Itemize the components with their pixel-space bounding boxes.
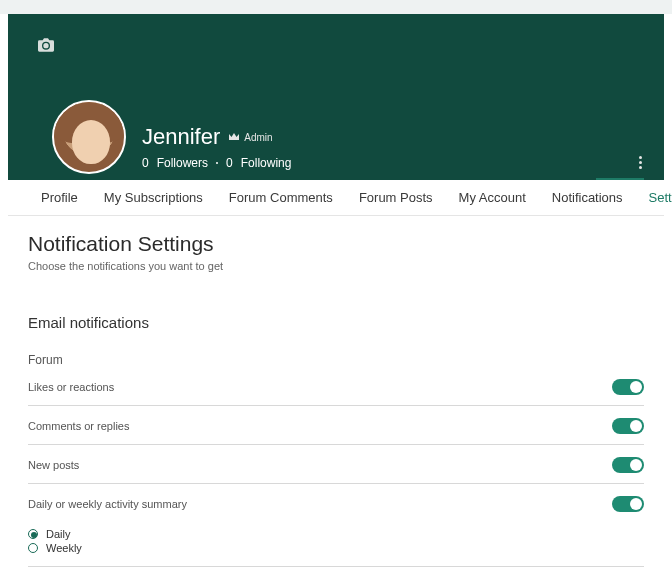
admin-badge: Admin	[228, 132, 272, 143]
following-label[interactable]: Following	[241, 156, 292, 170]
setting-row-summary: Daily or weekly activity summary	[28, 484, 644, 522]
tab-settings[interactable]: Settings	[636, 180, 672, 216]
page-title: Notification Settings	[28, 232, 644, 256]
tab-forum-comments[interactable]: Forum Comments	[216, 180, 346, 216]
subgroup-forum: Forum	[28, 353, 644, 367]
profile-header: Jennifer Admin 0 Followers 0 Following	[8, 14, 664, 180]
tab-my-account[interactable]: My Account	[446, 180, 539, 216]
setting-label-likes: Likes or reactions	[28, 381, 114, 393]
radio-weekly[interactable]	[28, 543, 38, 553]
following-count[interactable]: 0	[226, 156, 233, 170]
crown-icon	[228, 132, 240, 142]
setting-row-likes: Likes or reactions	[28, 367, 644, 406]
tab-bar: Profile My Subscriptions Forum Comments …	[8, 180, 664, 216]
profile-info: Jennifer Admin 0 Followers 0 Following	[142, 124, 291, 170]
profile-stats: 0 Followers 0 Following	[142, 156, 291, 170]
followers-count[interactable]: 0	[142, 156, 149, 170]
radio-row-weekly[interactable]: Weekly	[28, 542, 644, 554]
radio-row-daily[interactable]: Daily	[28, 528, 644, 540]
setting-row-comments: Comments or replies	[28, 406, 644, 445]
stats-separator	[216, 162, 218, 164]
radio-label-weekly: Weekly	[46, 542, 82, 554]
setting-label-comments: Comments or replies	[28, 420, 129, 432]
content: Notification Settings Choose the notific…	[8, 216, 664, 587]
username: Jennifer	[142, 124, 220, 150]
camera-icon[interactable]	[38, 38, 54, 52]
radio-daily[interactable]	[28, 529, 38, 539]
tab-forum-posts[interactable]: Forum Posts	[346, 180, 446, 216]
more-menu-icon[interactable]	[639, 156, 642, 169]
tab-profile[interactable]: Profile	[28, 180, 91, 216]
radio-label-daily: Daily	[46, 528, 70, 540]
toggle-comments[interactable]	[612, 418, 644, 434]
radio-group-frequency: Daily Weekly	[28, 528, 644, 567]
active-tab-indicator	[596, 178, 644, 180]
toggle-likes[interactable]	[612, 379, 644, 395]
followers-label[interactable]: Followers	[157, 156, 208, 170]
tab-notifications[interactable]: Notifications	[539, 180, 636, 216]
toggle-newposts[interactable]	[612, 457, 644, 473]
toggle-summary[interactable]	[612, 496, 644, 512]
page-description: Choose the notifications you want to get	[28, 260, 644, 272]
avatar[interactable]	[52, 100, 126, 174]
tab-subscriptions[interactable]: My Subscriptions	[91, 180, 216, 216]
setting-label-newposts: New posts	[28, 459, 79, 471]
admin-badge-label: Admin	[244, 132, 272, 143]
setting-row-newposts: New posts	[28, 445, 644, 484]
section-email-notifications: Email notifications	[28, 314, 644, 331]
setting-label-summary: Daily or weekly activity summary	[28, 498, 187, 510]
